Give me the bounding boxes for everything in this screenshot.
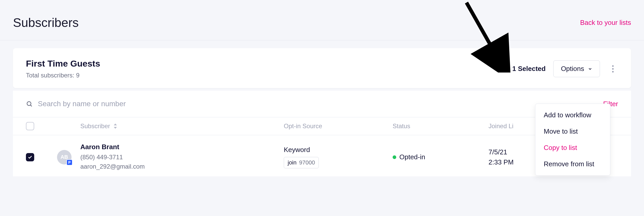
- avatar-cell: AB P: [57, 150, 80, 164]
- keyword-pill: join 97000: [284, 157, 319, 168]
- dropdown-item-move-list[interactable]: Move to list: [535, 123, 610, 140]
- svg-marker-7: [114, 127, 117, 129]
- svg-point-2: [612, 68, 614, 70]
- row-checkbox[interactable]: [26, 153, 34, 161]
- column-status: Status: [393, 123, 489, 130]
- sort-icon: [113, 124, 117, 129]
- options-button-label: Options: [561, 65, 584, 73]
- subscriber-cell: Aaron Brant (850) 449-3711 aaron_292@gma…: [80, 143, 284, 171]
- selected-count: 1 Selected: [512, 65, 546, 73]
- dropdown-item-remove-list[interactable]: Remove from list: [535, 156, 610, 172]
- optin-source-value: Keyword: [284, 146, 393, 154]
- dropdown-item-copy-list[interactable]: Copy to list: [535, 140, 610, 156]
- svg-point-4: [27, 102, 31, 105]
- check-icon: [28, 155, 32, 160]
- subscriber-table: Add to workflow Move to list Copy to lis…: [13, 91, 631, 176]
- column-optin-source: Opt-in Source: [284, 123, 393, 130]
- subscriber-count: Total subscribers: 9: [26, 72, 100, 79]
- list-name: First Time Guests: [26, 59, 100, 69]
- subscriber-email: aaron_292@gmail.com: [80, 162, 284, 171]
- card-header-actions: 1 Selected Options: [512, 60, 618, 77]
- more-vertical-icon: [612, 65, 614, 73]
- list-summary-card: First Time Guests Total subscribers: 9 1…: [13, 48, 631, 88]
- status-value: Opted-in: [399, 153, 425, 161]
- select-all-checkbox[interactable]: [26, 122, 34, 130]
- list-info: First Time Guests Total subscribers: 9: [26, 59, 100, 79]
- avatar-badge-icon: P: [66, 159, 73, 165]
- svg-line-5: [31, 105, 32, 106]
- status-dot-icon: [393, 155, 396, 159]
- subscriber-phone: (850) 449-3711: [80, 153, 284, 162]
- page-header: Subscribers Back to your lists: [0, 0, 644, 40]
- svg-point-3: [612, 71, 614, 73]
- optin-source-cell: Keyword join 97000: [284, 146, 393, 168]
- search-input[interactable]: [38, 100, 193, 108]
- column-subscriber[interactable]: Subscriber: [80, 123, 284, 130]
- chevron-down-icon: [588, 67, 592, 71]
- search-wrap: [26, 100, 603, 108]
- subscriber-name[interactable]: Aaron Brant: [80, 143, 284, 151]
- status-cell: Opted-in: [393, 153, 489, 161]
- back-to-lists-link[interactable]: Back to your lists: [580, 19, 631, 27]
- dropdown-item-add-workflow[interactable]: Add to workflow: [535, 107, 610, 123]
- options-button[interactable]: Options: [553, 60, 600, 77]
- select-all-cell: [26, 122, 57, 130]
- options-dropdown: Add to workflow Move to list Copy to lis…: [535, 104, 610, 176]
- svg-point-1: [612, 65, 614, 67]
- search-icon: [26, 100, 33, 107]
- card-header: First Time Guests Total subscribers: 9 1…: [13, 48, 631, 88]
- row-select-cell: [26, 153, 57, 161]
- page-title: Subscribers: [13, 16, 79, 30]
- list-more-button[interactable]: [608, 64, 618, 74]
- avatar: AB P: [57, 150, 72, 164]
- svg-marker-6: [114, 124, 117, 125]
